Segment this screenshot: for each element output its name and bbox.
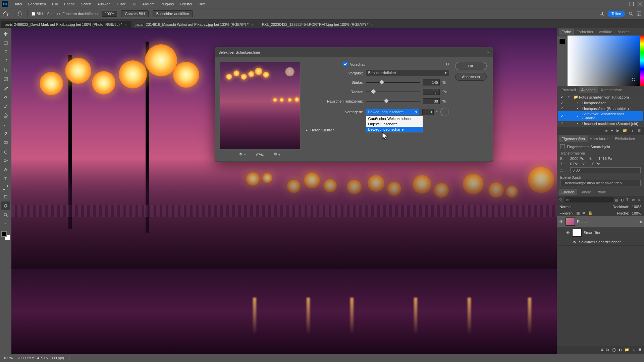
w-value[interactable]: 2000 Px xyxy=(570,157,584,161)
menu-file[interactable]: Datei xyxy=(11,1,25,7)
close-tab-icon[interactable]: × xyxy=(251,23,253,26)
remove-option[interactable]: Objektivunschärfe xyxy=(366,121,423,127)
amount-slider[interactable] xyxy=(366,80,420,85)
stop-icon[interactable]: ■ xyxy=(605,128,608,133)
layer-row[interactable]: 👁 Photo ◈ xyxy=(557,216,644,227)
workspace-icon[interactable] xyxy=(637,11,641,16)
history-brush-tool[interactable] xyxy=(1,120,10,129)
status-doc-info[interactable]: 2000 Px x 1415 Px (300 ppi) xyxy=(17,356,64,360)
tab-history[interactable]: Protokoll xyxy=(559,86,579,93)
pen-tool[interactable] xyxy=(1,165,10,174)
filter-pixel-icon[interactable]: ▦ xyxy=(615,198,619,202)
remove-option-highlight[interactable]: Bewegungsunschärfe xyxy=(366,127,423,132)
radius-input[interactable] xyxy=(423,89,440,95)
tab-color[interactable]: Farbe xyxy=(559,28,574,35)
h-value[interactable]: 1415 Px xyxy=(598,157,612,161)
visibility-icon[interactable]: 👁 xyxy=(559,220,564,224)
filter-type-icon[interactable]: T xyxy=(626,198,631,202)
remove-option[interactable]: Gaußscher Weichzeichner xyxy=(366,116,423,121)
menu-3d[interactable]: 3D xyxy=(129,1,139,7)
fit-screen-button[interactable]: Ganzes Bild xyxy=(121,10,148,17)
share-button[interactable]: Teilen xyxy=(607,11,625,17)
menu-plugins[interactable]: Plug-ins xyxy=(158,1,176,7)
close-icon[interactable]: × xyxy=(487,50,489,55)
menu-edit[interactable]: Bearbeiten xyxy=(25,1,49,7)
filter-shape-icon[interactable]: ▭ xyxy=(632,198,636,202)
shape-tool[interactable] xyxy=(1,192,10,201)
menu-view[interactable]: Ansicht xyxy=(140,1,157,7)
move-tool[interactable] xyxy=(1,29,10,38)
menu-filter[interactable]: Filter xyxy=(115,1,128,7)
lock-all-icon[interactable]: 🔒 xyxy=(588,211,593,215)
color-cursor-icon[interactable] xyxy=(632,78,635,81)
angle-dial[interactable] xyxy=(440,108,449,116)
lasso-tool[interactable] xyxy=(1,48,10,56)
new-action-icon[interactable]: ＋ xyxy=(631,128,634,133)
angle-value[interactable]: 0,00° xyxy=(570,167,641,173)
preview-image[interactable] xyxy=(220,62,300,149)
document-tab[interactable]: PXL_20230422_122623454.PORTRAIT.jpg bei … xyxy=(259,21,378,28)
fill-screen-button[interactable]: Bildschirm ausfüllen xyxy=(153,10,193,17)
scroll-all-checkbox[interactable]: Bildlauf in allen Fenstern durchführen xyxy=(32,12,98,16)
record-icon[interactable]: ● xyxy=(611,128,613,133)
color-swatch[interactable] xyxy=(1,231,10,240)
tab-swatches[interactable]: Farbfelder xyxy=(574,28,596,35)
filter-mask-thumb[interactable] xyxy=(572,229,582,237)
eraser-tool[interactable] xyxy=(1,129,10,138)
wand-tool[interactable] xyxy=(1,57,10,65)
dialog-titlebar[interactable]: Selektiver Scharfzeichner × xyxy=(215,47,493,57)
search-icon[interactable] xyxy=(629,11,633,16)
document-tab[interactable]: japan-2014618_Masashi Wakui auf Pixabay.… xyxy=(132,21,258,28)
hand-tool-icon[interactable] xyxy=(17,11,23,16)
visibility-icon[interactable]: 👁 xyxy=(572,240,577,244)
user-icon[interactable] xyxy=(599,11,604,16)
mask-icon[interactable]: ◯ xyxy=(612,348,616,353)
lock-position-icon[interactable]: ✥ xyxy=(582,211,585,215)
cancel-button[interactable]: Abbrechen xyxy=(455,73,487,81)
eyedropper-tool[interactable] xyxy=(1,84,10,93)
color-picker[interactable] xyxy=(557,36,644,86)
filter-entry-row[interactable]: 👁 Selektiver Scharfzeichner ⚌ xyxy=(557,238,644,246)
preview-checkbox[interactable] xyxy=(343,62,347,66)
marquee-tool[interactable] xyxy=(1,39,10,47)
radius-slider[interactable] xyxy=(366,89,420,94)
tab-comments[interactable]: Kommentare xyxy=(598,86,625,93)
filter-blend-icon[interactable]: ⚌ xyxy=(639,240,642,244)
group-icon[interactable]: 📁 xyxy=(625,348,629,353)
trash-icon[interactable]: 🗑 xyxy=(638,128,641,133)
document-tab-active[interactable]: paris-2499022_David Mark auf Pixabay.jpg… xyxy=(1,21,131,28)
layer-thumb[interactable] xyxy=(566,218,575,226)
gear-icon[interactable]: ⚙ xyxy=(446,62,449,66)
ok-button[interactable]: OK xyxy=(455,62,487,70)
status-arrow-icon[interactable]: 〉 xyxy=(69,356,72,361)
action-set[interactable]: ✓▾📁Fotos schärfen von TutKit.com xyxy=(558,94,643,100)
close-tab-icon[interactable]: × xyxy=(371,23,373,26)
zoom-in-icon[interactable]: 🔍+ xyxy=(274,153,280,157)
tab-libraries[interactable]: Bibliotheken xyxy=(612,135,638,142)
tab-properties[interactable]: Eigenschaften xyxy=(559,135,588,142)
type-tool[interactable] xyxy=(1,174,10,183)
edit-toolbar[interactable]: ⋯ xyxy=(1,220,10,228)
layer-comp-select[interactable]: Ebenenkomposition nicht anwenden xyxy=(560,180,641,186)
transform-section[interactable]: Transformieren xyxy=(560,151,641,155)
home-icon[interactable] xyxy=(3,11,9,16)
amount-input[interactable] xyxy=(423,79,440,85)
action-item[interactable]: ✓▸Hochpassfilter (Smartobjekt) xyxy=(558,106,643,111)
gradient-tool[interactable] xyxy=(1,138,10,147)
blur-tool[interactable] xyxy=(1,147,10,156)
menu-type[interactable]: Schrift xyxy=(78,1,94,7)
tab-paths[interactable]: Pfade xyxy=(594,189,609,195)
layer-name[interactable]: Photo xyxy=(577,220,587,224)
smartfilter-row[interactable]: 👁 Smartfilter xyxy=(557,227,644,238)
menu-layer[interactable]: Ebene xyxy=(61,1,77,7)
fx-icon[interactable]: fx xyxy=(606,348,609,353)
tab-actions[interactable]: Aktionen xyxy=(579,86,598,93)
zoom-out-icon[interactable]: 🔍− xyxy=(239,153,246,157)
dodge-tool[interactable] xyxy=(1,156,10,165)
lock-pixels-icon[interactable]: ▦ xyxy=(576,211,580,215)
play-icon[interactable]: ▶ xyxy=(616,128,619,133)
tab-patterns[interactable]: Muster xyxy=(615,28,632,35)
menu-image[interactable]: Bild xyxy=(49,1,61,7)
hand-tool[interactable] xyxy=(1,201,10,210)
opacity-value[interactable]: 100% xyxy=(632,205,641,209)
